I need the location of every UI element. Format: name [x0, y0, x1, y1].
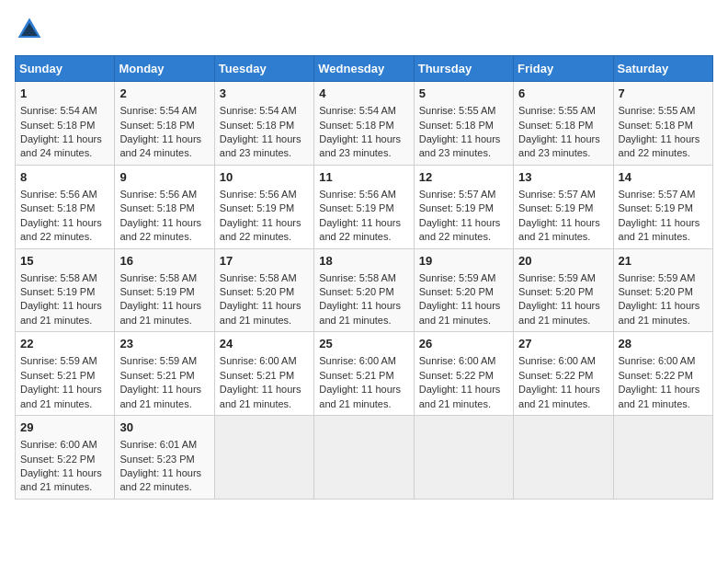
sunset-text: Sunset: 5:22 PM — [619, 370, 693, 381]
sunset-text: Sunset: 5:21 PM — [119, 370, 194, 381]
calendar-cell: 14Sunrise: 5:57 AMSunset: 5:19 PMDayligh… — [613, 165, 712, 248]
day-number: 3 — [220, 86, 309, 102]
day-number: 16 — [119, 253, 209, 270]
calendar-cell: 25Sunrise: 6:00 AMSunset: 5:21 PMDayligh… — [314, 332, 414, 416]
day-number: 6 — [518, 86, 608, 102]
sunrise-text: Sunrise: 6:00 AM — [319, 355, 396, 366]
sunset-text: Sunset: 5:18 PM — [119, 202, 194, 213]
daylight-label: Daylight: 11 hours and 21 minutes. — [220, 300, 301, 325]
sunset-text: Sunset: 5:22 PM — [419, 370, 494, 381]
calendar-header-row: SundayMondayTuesdayWednesdayThursdayFrid… — [16, 56, 713, 82]
calendar-cell: 3Sunrise: 5:54 AMSunset: 5:18 PMDaylight… — [214, 82, 313, 166]
daylight-label: Daylight: 11 hours and 21 minutes. — [518, 384, 600, 408]
daylight-label: Daylight: 11 hours and 24 minutes. — [20, 133, 102, 158]
calendar-cell: 22Sunrise: 5:59 AMSunset: 5:21 PMDayligh… — [16, 332, 115, 416]
sunset-text: Sunset: 5:18 PM — [419, 120, 494, 131]
sunrise-text: Sunrise: 6:01 AM — [119, 439, 197, 450]
daylight-label: Daylight: 11 hours and 22 minutes. — [220, 217, 301, 242]
sunrise-text: Sunrise: 5:55 AM — [419, 105, 496, 116]
sunrise-text: Sunrise: 5:59 AM — [619, 272, 696, 283]
sunrise-text: Sunrise: 5:57 AM — [619, 189, 696, 200]
header-monday: Monday — [115, 56, 214, 82]
day-number: 24 — [220, 336, 309, 352]
calendar-cell: 11Sunrise: 5:56 AMSunset: 5:19 PMDayligh… — [314, 165, 414, 248]
calendar-cell: 17Sunrise: 5:58 AMSunset: 5:20 PMDayligh… — [214, 248, 313, 332]
daylight-label: Daylight: 11 hours and 23 minutes. — [319, 133, 401, 158]
calendar-cell — [613, 416, 712, 500]
daylight-label: Daylight: 11 hours and 21 minutes. — [619, 384, 700, 408]
day-number: 18 — [319, 253, 408, 270]
sunrise-text: Sunrise: 5:54 AM — [220, 105, 297, 116]
day-number: 28 — [619, 336, 708, 352]
calendar-cell: 15Sunrise: 5:58 AMSunset: 5:19 PMDayligh… — [16, 248, 115, 332]
header-tuesday: Tuesday — [214, 56, 313, 82]
calendar-cell: 9Sunrise: 5:56 AMSunset: 5:18 PMDaylight… — [115, 165, 214, 248]
sunset-text: Sunset: 5:19 PM — [119, 286, 194, 297]
calendar-cell: 7Sunrise: 5:55 AMSunset: 5:18 PMDaylight… — [613, 82, 712, 166]
daylight-label: Daylight: 11 hours and 22 minutes. — [119, 217, 201, 242]
daylight-label: Daylight: 11 hours and 22 minutes. — [20, 217, 102, 242]
header-saturday: Saturday — [613, 56, 712, 82]
header-wednesday: Wednesday — [314, 56, 414, 82]
daylight-label: Daylight: 11 hours and 23 minutes. — [518, 133, 600, 158]
sunrise-text: Sunrise: 6:00 AM — [619, 355, 696, 366]
sunset-text: Sunset: 5:19 PM — [220, 202, 294, 213]
sunrise-text: Sunrise: 5:54 AM — [319, 105, 396, 116]
calendar-cell — [414, 416, 513, 500]
calendar-cell — [214, 416, 313, 500]
sunrise-text: Sunrise: 5:58 AM — [20, 272, 97, 283]
calendar-cell: 26Sunrise: 6:00 AMSunset: 5:22 PMDayligh… — [414, 332, 513, 416]
calendar-cell — [514, 416, 613, 500]
sunset-text: Sunset: 5:18 PM — [220, 120, 294, 131]
header-sunday: Sunday — [16, 56, 115, 82]
day-number: 15 — [20, 253, 109, 270]
daylight-label: Daylight: 11 hours and 21 minutes. — [319, 384, 401, 408]
logo — [15, 15, 50, 44]
sunset-text: Sunset: 5:21 PM — [20, 370, 95, 381]
calendar-cell: 10Sunrise: 5:56 AMSunset: 5:19 PMDayligh… — [214, 165, 313, 248]
sunset-text: Sunset: 5:20 PM — [319, 286, 393, 297]
calendar-cell: 4Sunrise: 5:54 AMSunset: 5:18 PMDaylight… — [314, 82, 414, 166]
header-thursday: Thursday — [414, 56, 513, 82]
daylight-label: Daylight: 11 hours and 23 minutes. — [220, 133, 301, 158]
daylight-label: Daylight: 11 hours and 22 minutes. — [419, 217, 501, 242]
day-number: 4 — [319, 86, 408, 102]
sunrise-text: Sunrise: 5:59 AM — [419, 272, 496, 283]
calendar-cell: 29Sunrise: 6:00 AMSunset: 5:22 PMDayligh… — [16, 416, 115, 500]
calendar-cell: 13Sunrise: 5:57 AMSunset: 5:19 PMDayligh… — [514, 165, 613, 248]
calendar-cell: 2Sunrise: 5:54 AMSunset: 5:18 PMDaylight… — [115, 82, 214, 166]
day-number: 27 — [518, 336, 608, 352]
sunset-text: Sunset: 5:19 PM — [518, 202, 593, 213]
sunset-text: Sunset: 5:21 PM — [319, 370, 393, 381]
sunrise-text: Sunrise: 5:54 AM — [20, 105, 97, 116]
daylight-label: Daylight: 11 hours and 21 minutes. — [518, 217, 600, 242]
sunset-text: Sunset: 5:20 PM — [419, 286, 494, 297]
sunrise-text: Sunrise: 5:58 AM — [119, 272, 197, 283]
day-number: 29 — [20, 419, 109, 436]
calendar-cell: 30Sunrise: 6:01 AMSunset: 5:23 PMDayligh… — [115, 416, 214, 500]
day-number: 2 — [119, 86, 209, 102]
sunrise-text: Sunrise: 5:55 AM — [518, 105, 596, 116]
sunrise-text: Sunrise: 6:00 AM — [20, 439, 97, 450]
sunrise-text: Sunrise: 5:58 AM — [220, 272, 297, 283]
day-number: 9 — [119, 169, 209, 186]
calendar-cell: 18Sunrise: 5:58 AMSunset: 5:20 PMDayligh… — [314, 248, 414, 332]
calendar-cell — [314, 416, 414, 500]
sunset-text: Sunset: 5:19 PM — [319, 202, 393, 213]
day-number: 5 — [419, 86, 508, 102]
calendar-cell: 27Sunrise: 6:00 AMSunset: 5:22 PMDayligh… — [514, 332, 613, 416]
sunset-text: Sunset: 5:23 PM — [119, 454, 194, 465]
day-number: 12 — [419, 169, 508, 186]
daylight-label: Daylight: 11 hours and 23 minutes. — [419, 133, 501, 158]
sunset-text: Sunset: 5:20 PM — [619, 286, 693, 297]
sunrise-text: Sunrise: 6:00 AM — [419, 355, 496, 366]
daylight-label: Daylight: 11 hours and 21 minutes. — [119, 384, 201, 408]
daylight-label: Daylight: 11 hours and 21 minutes. — [220, 384, 301, 408]
day-number: 17 — [220, 253, 309, 270]
daylight-label: Daylight: 11 hours and 21 minutes. — [20, 384, 102, 408]
day-number: 10 — [220, 169, 309, 186]
sunrise-text: Sunrise: 5:55 AM — [619, 105, 696, 116]
daylight-label: Daylight: 11 hours and 22 minutes. — [119, 467, 201, 492]
calendar-body: 1Sunrise: 5:54 AMSunset: 5:18 PMDaylight… — [16, 82, 713, 500]
sunrise-text: Sunrise: 5:56 AM — [119, 189, 197, 200]
